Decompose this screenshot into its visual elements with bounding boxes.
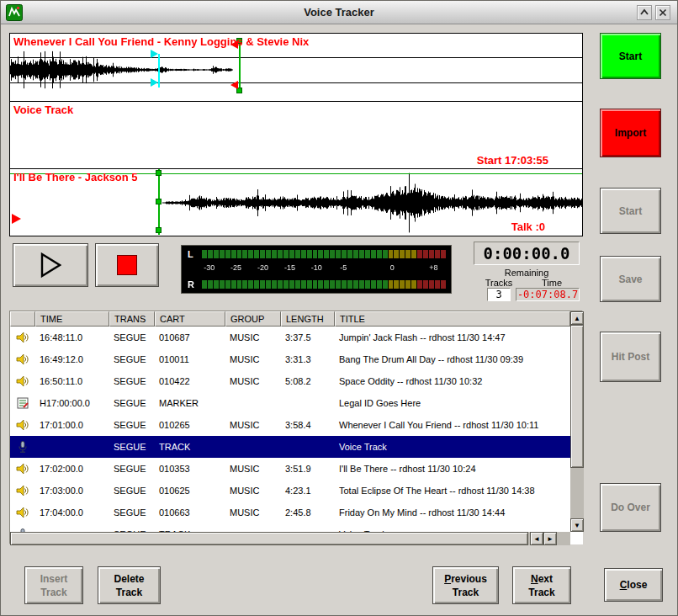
microphone-icon	[10, 440, 35, 454]
horizontal-scrollbar[interactable]: ◄ ►	[10, 532, 570, 545]
meter-segment	[423, 250, 428, 258]
import-button[interactable]: Import	[600, 109, 661, 157]
meter-segment	[266, 250, 271, 258]
log-row[interactable]: SEGUETRACKVoice Track	[10, 523, 570, 532]
log-row[interactable]: SEGUETRACKVoice Track	[10, 436, 570, 458]
save-button[interactable]: Save	[600, 256, 661, 302]
meter-segment	[394, 280, 399, 289]
segue-marker-line[interactable]	[239, 40, 241, 91]
log-row[interactable]: 17:02:00.0SEGUE010353MUSIC3:51.9I'll Be …	[10, 458, 570, 480]
window-title: Voice Tracker	[1, 6, 677, 19]
column-header-group[interactable]: GROUP	[225, 311, 281, 327]
log-row[interactable]: 16:48:11.0SEGUE010687MUSIC3:37.5Jumpin' …	[10, 327, 570, 348]
cell-group: MUSIC	[225, 507, 281, 518]
stop-button[interactable]	[95, 243, 159, 287]
shade-button[interactable]	[637, 5, 652, 20]
meter-segment	[272, 280, 277, 289]
delete-track-button[interactable]: Delete Track	[98, 566, 161, 604]
vertical-scroll-thumb[interactable]	[570, 325, 584, 468]
column-header-title[interactable]: TITLE	[335, 311, 570, 327]
meter-segment	[231, 280, 236, 289]
meter-segment	[260, 250, 265, 258]
cell-length: 3:37.5	[281, 332, 335, 343]
meter-segment	[371, 280, 376, 289]
talk-marker-handle-bottom[interactable]	[151, 78, 158, 87]
scroll-down-button[interactable]: ▼	[570, 518, 584, 532]
column-header-icon[interactable]	[10, 311, 35, 327]
marker-icon	[10, 396, 35, 410]
track2-marker-handle-bottom[interactable]	[156, 227, 162, 233]
scroll-up-button[interactable]: ▲	[570, 311, 584, 325]
log-row[interactable]: 17:04:00.0SEGUE010663MUSIC2:45.8Friday O…	[10, 502, 570, 523]
next-track-button[interactable]: Next Track	[512, 566, 571, 604]
time-remaining-value: -0:07:08.7	[516, 288, 580, 301]
waveform-panel-track2[interactable]: I'll Be There - Jackson 5 Talk :0	[10, 168, 582, 236]
cell-time: H17:00:00.0	[35, 398, 109, 408]
log-header: TIME TRANS CART GROUP LENGTH TITLE	[10, 311, 570, 327]
meter-segment	[324, 250, 329, 258]
meter-right-label: R	[188, 279, 194, 289]
meter-scale-label: -10	[311, 263, 322, 272]
log-row[interactable]: 17:03:00.0SEGUE010625MUSIC4:23.1Total Ec…	[10, 480, 570, 502]
do-over-button[interactable]: Do Over	[600, 483, 661, 532]
meter-segment	[400, 280, 405, 289]
scroll-left-button[interactable]: ◄	[530, 532, 543, 545]
meter-scale: -30-25-20-15-10-50+8	[202, 263, 446, 275]
close-button[interactable]: Close	[604, 568, 663, 602]
vertical-scrollbar[interactable]: ▲ ▼	[570, 311, 584, 532]
waveform-panel-track1[interactable]: Whenever I Call You Friend - Kenny Loggi…	[10, 34, 582, 101]
meter-segment	[225, 250, 230, 258]
column-header-cart[interactable]: CART	[155, 311, 225, 327]
window-close-button[interactable]	[655, 5, 670, 20]
start2-button[interactable]: Start	[600, 188, 661, 234]
next-track-label-1: Next	[531, 572, 553, 586]
talk-marker-handle-top[interactable]	[151, 50, 158, 58]
track2-marker-handle-mid[interactable]	[156, 199, 162, 204]
meter-right-segments	[202, 280, 446, 289]
play-button[interactable]	[13, 243, 88, 287]
remaining-label: Remaining	[474, 268, 580, 278]
meter-segment	[330, 250, 335, 258]
end-marker-bottom[interactable]	[230, 81, 238, 89]
start-button[interactable]: Start	[600, 33, 661, 79]
horizontal-scroll-thumb[interactable]	[10, 532, 528, 545]
do-over-button-label: Do Over	[611, 501, 650, 514]
meter-segment	[248, 250, 253, 258]
waveform-panel-voicetrack[interactable]: Voice Track Start 17:03:55	[10, 101, 582, 168]
previous-track-button[interactable]: Previous Track	[432, 566, 499, 604]
log-row[interactable]: 17:01:00.0SEGUE010265MUSIC3:58.4Whenever…	[10, 414, 570, 436]
voicetrack-start-time: Start 17:03:55	[477, 154, 548, 167]
cell-group: MUSIC	[225, 420, 281, 430]
column-header-trans[interactable]: TRANS	[109, 311, 155, 327]
meter-segment	[336, 250, 341, 258]
meter-scale-label: 0	[390, 263, 395, 272]
meter-segment	[383, 280, 388, 289]
meter-segment	[330, 280, 335, 289]
scroll-right-button[interactable]: ►	[543, 532, 557, 545]
meter-segment	[208, 250, 213, 258]
talk-marker-line[interactable]	[158, 54, 160, 88]
hit-post-button[interactable]: Hit Post	[600, 332, 661, 382]
track2-play-marker[interactable]	[12, 214, 21, 224]
voice-tracker-window: Voice Tracker Whenever I C	[0, 0, 678, 616]
column-header-length[interactable]: LENGTH	[281, 311, 335, 327]
meter-segment	[242, 280, 247, 289]
meter-segment	[405, 250, 411, 258]
track2-marker-handle-top[interactable]	[156, 170, 162, 176]
cell-trans: SEGUE	[109, 332, 155, 343]
insert-track-button[interactable]: Insert Track	[24, 566, 83, 604]
log-row[interactable]: H17:00:00.0SEGUEMARKERLegal ID Goes Here	[10, 392, 570, 414]
meter-segment	[272, 250, 277, 258]
cell-trans: SEGUE	[109, 507, 155, 518]
log-row[interactable]: 16:49:12.0SEGUE010011MUSIC3:31.3Bang The…	[10, 348, 570, 370]
play-icon	[40, 252, 61, 278]
cell-title: Bang The Drum All Day -- rdhost 11/30 09…	[335, 354, 570, 364]
log-row[interactable]: 16:50:11.0SEGUE010422MUSIC5:08.2Space Od…	[10, 370, 570, 392]
meter-segment	[353, 280, 358, 289]
meter-segment	[313, 250, 318, 258]
delete-track-label-1: Delete	[114, 572, 144, 586]
meter-segment	[365, 250, 370, 258]
cell-title: Legal ID Goes Here	[335, 398, 570, 408]
column-header-time[interactable]: TIME	[35, 311, 109, 327]
cell-length: 3:51.9	[281, 464, 335, 474]
